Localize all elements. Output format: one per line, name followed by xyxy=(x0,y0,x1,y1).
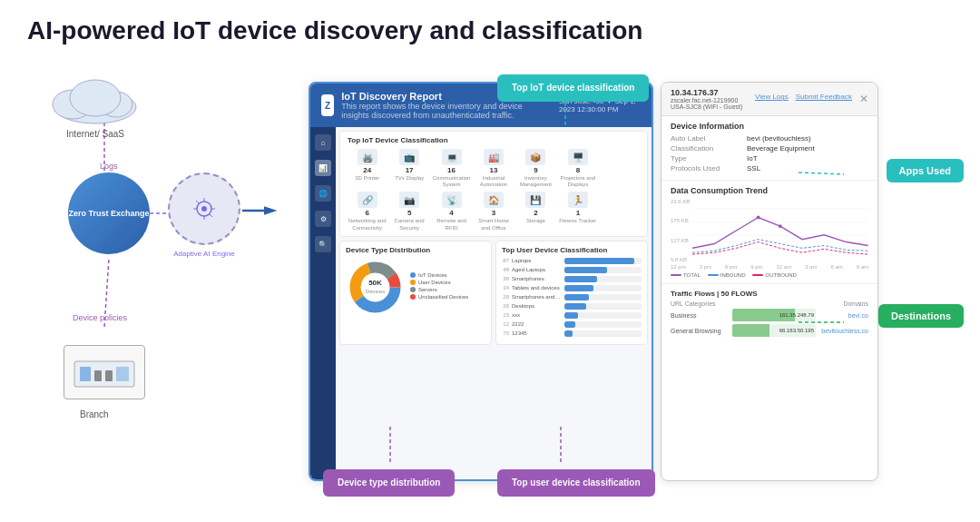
user-class-card: Top User Device Classification 87 Laptop… xyxy=(495,241,648,345)
col-bar xyxy=(730,300,818,307)
sidebar-home-icon[interactable]: ⌂ xyxy=(315,134,331,151)
bar-track-1 xyxy=(564,267,642,273)
bar-fill-5 xyxy=(564,303,586,310)
right-panel-ip-block: 10.34.176.37 zscaler.fac.net-1219900 USA… xyxy=(671,88,742,110)
device-info-key-2: Type xyxy=(671,154,743,163)
top-iot-callout: Top IoT device classification xyxy=(497,74,649,102)
device-info-val-0: bevi (bevitouchless) xyxy=(747,134,811,143)
device-info-key-3: Protocols Used xyxy=(671,164,743,172)
submit-feedback-link[interactable]: Submit Feedback xyxy=(796,93,852,105)
view-logs-link[interactable]: View Logs xyxy=(755,93,789,105)
traffic-domain-0: bevi.co xyxy=(818,312,868,319)
sidebar-analytics-icon[interactable]: 📊 xyxy=(315,160,331,176)
branch-box xyxy=(64,345,145,399)
consumption-chart-svg xyxy=(692,199,868,262)
x-label-6: 6 am xyxy=(830,264,842,270)
branch-label: Branch xyxy=(80,409,109,419)
iot-label-7: Camera and Security xyxy=(389,218,428,231)
destinations-text: Destinations xyxy=(891,310,951,321)
bar-label-3: Tablets and devices xyxy=(512,285,562,291)
bar-label-2: Smartphones xyxy=(512,276,562,281)
iot-item-7: 📷 5 Camera and Security xyxy=(389,192,428,231)
bottom-section: Device Type Distribution 50K Devices xyxy=(339,241,648,345)
bar-rank-8: 75 xyxy=(502,330,509,336)
x-label-3: 9 pm xyxy=(750,264,762,270)
donut-chart: 50K Devices xyxy=(346,258,405,317)
iot-label-3: Industrial Automation xyxy=(474,175,513,188)
svg-point-33 xyxy=(779,224,782,228)
sidebar-settings-icon[interactable]: ⚙ xyxy=(315,211,331,227)
bar-track-2 xyxy=(564,276,642,282)
right-panel-links: View Logs Submit Feedback ✕ xyxy=(755,93,868,105)
iot-item-3: 🏭 13 Industrial Automation xyxy=(474,149,513,188)
iot-count-10: 2 xyxy=(534,209,537,217)
bar-row-0: 87 Laptops xyxy=(502,258,642,264)
page-title: AI-powered IoT device discovery and clas… xyxy=(0,0,980,54)
iot-count-5: 8 xyxy=(576,166,580,174)
ai-engine-icon xyxy=(168,172,240,245)
device-info-val-3: SSL xyxy=(747,164,760,172)
sidebar-search-icon[interactable]: 🔍 xyxy=(315,236,331,252)
iot-label-4: Inventory Management xyxy=(516,175,555,188)
dashboard-main-content: Top IoT Device Classification 🖨️ 24 3D P… xyxy=(336,127,652,481)
iot-count-1: 17 xyxy=(406,166,414,174)
iot-item-6: 🔗 6 Networking and Connectivity xyxy=(348,192,387,231)
x-label-4: 12 am xyxy=(776,264,791,270)
logs-label: Logs xyxy=(100,162,118,171)
close-button[interactable]: ✕ xyxy=(859,93,868,105)
legend-user: User Devices xyxy=(410,280,485,285)
bar-row-5: 26 Desktops xyxy=(502,303,642,310)
bar-label-5: Desktops xyxy=(512,303,562,309)
iot-icon-4: 📦 xyxy=(525,149,545,165)
legend-unclassified-dot xyxy=(410,294,416,300)
bar-track-3 xyxy=(564,285,642,291)
cloud-label: Internet/ SaaS xyxy=(59,129,132,139)
chart-legend: TOTAL INBOUND OUTBOUND xyxy=(671,272,868,278)
iot-label-11: Fitness Tracker xyxy=(559,218,596,224)
iot-icon-6: 🔗 xyxy=(358,192,377,208)
iot-label-9: Smart Home and Office xyxy=(474,218,513,231)
legend-iot: IoT Devices xyxy=(410,272,485,278)
x-label-0: 12 pm xyxy=(671,264,686,270)
svg-text:50K: 50K xyxy=(368,279,382,287)
y-label-2: 117 KB xyxy=(671,238,690,243)
bar-row-8: 75 12345 xyxy=(502,330,642,337)
chart-x-labels: 12 pm 3 pm 6 pm 9 pm 12 am 3 am 6 am 9 a… xyxy=(671,264,868,270)
right-panel-ip: 10.34.176.37 xyxy=(671,88,742,97)
iot-label-1: TVs Display xyxy=(395,175,424,182)
sidebar-network-icon[interactable]: 🌐 xyxy=(315,185,331,202)
bar-rank-7: 12 xyxy=(502,321,509,327)
bar-row-1: 48 Aged Laptops xyxy=(502,267,642,273)
x-label-2: 6 pm xyxy=(725,264,737,270)
traffic-bar-1: 66.183.50.195 xyxy=(732,324,816,337)
content-area: Internet/ SaaS Logs Zero Trust Exchange … xyxy=(0,54,980,517)
zte-circle: Zero Trust Exchange xyxy=(68,172,150,254)
diagram-area: Internet/ SaaS Logs Zero Trust Exchange … xyxy=(18,64,299,454)
iot-icon-11: 🏃 xyxy=(568,192,588,208)
bar-fill-8 xyxy=(564,330,573,337)
apps-used-badge: Apps Used xyxy=(887,159,964,182)
iot-item-8: 📡 4 Remote and RFID xyxy=(432,192,471,231)
iot-icon-7: 📷 xyxy=(399,192,419,208)
traffic-domain-1: bevitouchless.co xyxy=(818,328,868,334)
device-dist-text: Device type distribution xyxy=(338,478,440,488)
bar-track-6 xyxy=(564,312,642,319)
top-iot-callout-text: Top IoT device classification xyxy=(512,83,634,93)
col-domains: Domains xyxy=(818,300,868,307)
bar-fill-2 xyxy=(564,276,597,282)
iot-label-10: Storage xyxy=(526,218,545,224)
distribution-title: Device Type Distribution xyxy=(346,246,485,254)
legend-total: TOTAL xyxy=(671,272,701,278)
x-label-1: 3 pm xyxy=(700,264,711,270)
iot-item-5: 🖥️ 8 Projectors and Displays xyxy=(558,149,597,188)
iot-icon-0: 🖨️ xyxy=(358,149,377,165)
bar-rank-0: 87 xyxy=(502,258,509,263)
bar-fill-6 xyxy=(564,312,578,319)
distribution-card: Device Type Distribution 50K Devices xyxy=(339,241,492,345)
bar-row-2: 38 Smartphones xyxy=(502,276,642,282)
bar-fill-4 xyxy=(564,294,589,300)
legend-servers: Servers xyxy=(410,287,485,292)
device-info-row-1: Classification Beverage Equipment xyxy=(671,144,868,153)
device-info-key-1: Classification xyxy=(671,144,743,153)
iot-classification-section: Top IoT Device Classification 🖨️ 24 3D P… xyxy=(339,131,648,237)
